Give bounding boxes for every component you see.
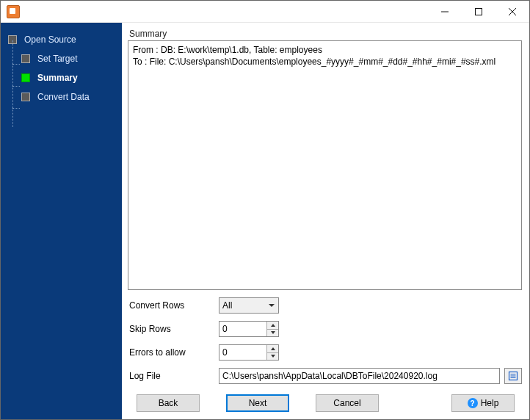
step-box-icon	[21, 54, 30, 63]
errors-allow-stepper	[219, 344, 279, 361]
svg-marker-7	[271, 355, 275, 358]
errors-allow-input[interactable]	[219, 345, 266, 360]
browse-icon	[508, 371, 518, 381]
wizard-footer: Back Next Cancel ? Help	[128, 384, 522, 412]
convert-rows-label: Convert Rows	[128, 300, 219, 311]
svg-rect-1	[476, 8, 482, 15]
wizard-steps-sidebar: Open Source Set Target Summary Convert D…	[1, 23, 122, 419]
skip-rows-stepper	[219, 321, 279, 337]
step-summary[interactable]: Summary	[5, 68, 117, 87]
log-file-browse-button[interactable]	[504, 368, 522, 384]
help-icon: ?	[468, 398, 478, 408]
summary-section-label: Summary	[128, 29, 522, 39]
svg-marker-5	[271, 331, 275, 334]
close-button[interactable]	[495, 1, 529, 23]
back-button[interactable]: Back	[137, 394, 200, 412]
step-label: Open Source	[24, 35, 76, 45]
main-panel: Summary From : DB: E:\work\temp\1.db, Ta…	[122, 23, 529, 419]
errors-down-button[interactable]	[267, 353, 278, 361]
step-label: Summary	[37, 73, 78, 83]
step-box-icon	[21, 73, 30, 82]
cancel-button[interactable]: Cancel	[316, 394, 379, 412]
skip-rows-up-button[interactable]	[267, 322, 278, 330]
help-button-label: Help	[481, 398, 499, 408]
skip-rows-down-button[interactable]	[267, 330, 278, 337]
wizard-window: Open Source Set Target Summary Convert D…	[0, 0, 530, 420]
next-button[interactable]: Next	[226, 394, 289, 412]
step-box-icon	[21, 93, 30, 101]
skip-rows-input[interactable]	[219, 322, 266, 336]
titlebar	[1, 1, 529, 23]
maximize-button[interactable]	[462, 1, 495, 23]
step-open-source[interactable]: Open Source	[5, 30, 117, 49]
step-label: Set Target	[37, 54, 77, 64]
step-set-target[interactable]: Set Target	[5, 49, 117, 68]
minimize-button[interactable]	[428, 1, 462, 23]
log-file-label: Log File	[128, 371, 219, 381]
app-icon	[7, 5, 20, 18]
skip-rows-label: Skip Rows	[128, 324, 219, 334]
log-file-input[interactable]	[219, 368, 500, 384]
svg-marker-4	[271, 324, 275, 327]
help-button[interactable]: ? Help	[451, 394, 515, 412]
step-convert-data[interactable]: Convert Data	[5, 87, 117, 106]
errors-allow-label: Errors to allow	[128, 347, 219, 358]
step-label: Convert Data	[37, 92, 90, 102]
errors-up-button[interactable]	[267, 345, 278, 353]
convert-rows-select[interactable]: All	[219, 297, 279, 314]
svg-marker-6	[271, 347, 275, 350]
summary-textarea[interactable]: From : DB: E:\work\temp\1.db, Table: emp…	[128, 40, 522, 290]
